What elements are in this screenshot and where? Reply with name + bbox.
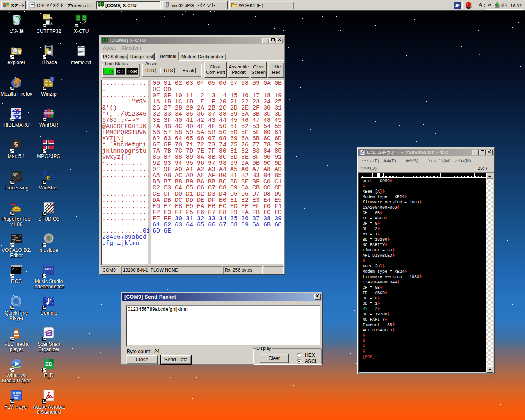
svg-text:MSS: MSS [45, 267, 53, 271]
svg-text:5: 5 [14, 141, 18, 148]
svg-text:FTP: FTP [49, 17, 54, 25]
svg-text:8P: 8P [12, 173, 18, 178]
svg-text:C:\: C:\ [12, 268, 18, 271]
svg-text:e: e [46, 173, 50, 181]
svg-text:ED: ED [45, 361, 52, 367]
svg-text:X: X [50, 171, 55, 180]
